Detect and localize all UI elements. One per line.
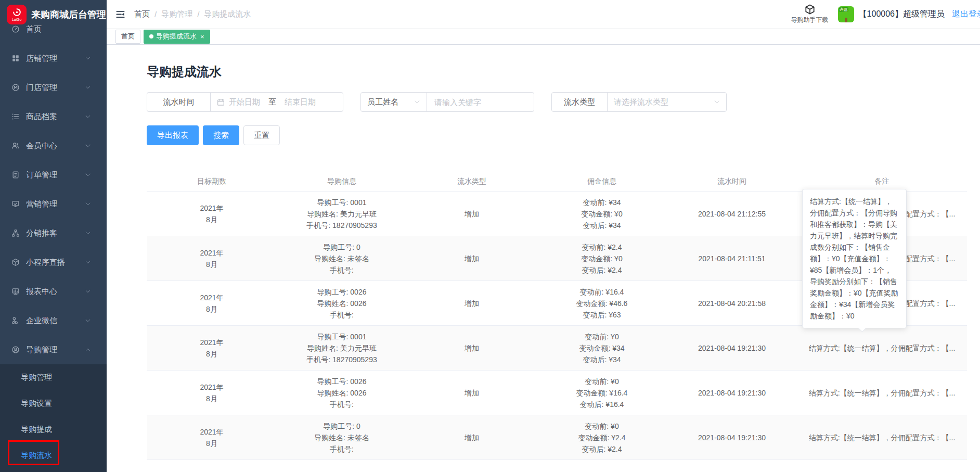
sidebar-item-label: 首页 bbox=[26, 24, 42, 34]
filter-bar: 流水时间 开始日期 至 结束日期 员工姓名 流水类型 bbox=[147, 92, 980, 112]
chevron-down-icon bbox=[85, 259, 91, 265]
wecom-icon bbox=[11, 316, 20, 325]
sidebar-item-label: 导购管理 bbox=[26, 345, 57, 355]
distribution-icon bbox=[11, 229, 20, 237]
shop-icon bbox=[11, 54, 20, 62]
sidebar-item-首页[interactable]: 首页 bbox=[0, 15, 107, 44]
sidebar-item-会员中心[interactable]: 会员中心 bbox=[0, 131, 107, 160]
sidebar-item-营销管理[interactable]: 营销管理 bbox=[0, 189, 107, 219]
breadcrumb-home[interactable]: 首页 bbox=[134, 9, 150, 19]
submenu-item-导购设置[interactable]: 导购设置 bbox=[0, 390, 107, 416]
col-flow-time: 流水时间 bbox=[667, 177, 797, 186]
remark-tooltip: 结算方式:【统一结算】，分佣配置方式：【分佣导购和推客都获取】：导购【美力元早班… bbox=[802, 189, 907, 328]
submenu-item-导购管理[interactable]: 导购管理 bbox=[0, 364, 107, 390]
cell-commission-info: 变动前: ¥0变动金额: ¥2.4变动后: ¥2.4 bbox=[537, 420, 667, 455]
cell-flow-type: 增加 bbox=[407, 342, 537, 354]
employee-field-select[interactable]: 员工姓名 bbox=[360, 92, 427, 112]
order-icon bbox=[11, 171, 20, 179]
chevron-down-icon bbox=[414, 99, 420, 105]
tab-home-label: 首页 bbox=[121, 32, 135, 41]
filter-employee-group: 员工姓名 bbox=[360, 92, 534, 112]
cell-commission-info: 变动前: ¥0变动金额: ¥16.4变动后: ¥16.4 bbox=[537, 376, 667, 410]
export-report-button[interactable]: 导出报表 bbox=[147, 125, 199, 145]
submenu-item-导购提成[interactable]: 导购提成 bbox=[0, 416, 107, 442]
chevron-down-icon bbox=[85, 288, 91, 295]
sidebar-fold-icon[interactable] bbox=[115, 9, 125, 19]
sidebar-item-小程序直播[interactable]: 小程序直播 bbox=[0, 248, 107, 277]
search-button[interactable]: 搜索 bbox=[203, 125, 239, 145]
keyword-input-wrap bbox=[427, 92, 534, 112]
assistant-cube-icon bbox=[804, 4, 816, 15]
sidebar-item-label: 营销管理 bbox=[26, 199, 57, 209]
sidebar-item-门店管理[interactable]: 门店管理 bbox=[0, 73, 107, 102]
goods-icon bbox=[11, 112, 20, 121]
sidebar-item-店铺管理[interactable]: 店铺管理 bbox=[0, 44, 107, 73]
sidebar-item-label: 企业微信 bbox=[26, 316, 57, 326]
calendar-icon bbox=[217, 98, 225, 106]
sidebar-item-商品档案[interactable]: 商品档案 bbox=[0, 102, 107, 131]
sidebar-item-label: 分销推客 bbox=[26, 228, 57, 238]
filter-type-group: 流水类型 请选择流水类型 bbox=[551, 92, 727, 112]
date-range-picker[interactable]: 开始日期 至 结束日期 bbox=[210, 92, 343, 112]
tab-guide-commission-flow[interactable]: 导购提成流水 × bbox=[144, 30, 210, 44]
sidebar-item-分销推客[interactable]: 分销推客 bbox=[0, 219, 107, 248]
cell-commission-info: 变动前: ¥16.4变动金额: ¥46.6变动后: ¥63 bbox=[537, 286, 667, 321]
breadcrumb-separator: / bbox=[197, 10, 199, 19]
sidebar-item-label: 商品档案 bbox=[26, 112, 57, 122]
keyword-input[interactable] bbox=[427, 93, 534, 111]
avatar-tree-trunk bbox=[845, 18, 847, 22]
chevron-down-icon bbox=[85, 55, 91, 61]
assistant-download[interactable]: 导购助手下载 bbox=[791, 4, 829, 24]
store-icon bbox=[11, 83, 20, 92]
cell-flow-time: 2021-08-04 19:21:30 bbox=[667, 432, 797, 443]
sidebar-item-报表中心[interactable]: 报表中心 bbox=[0, 277, 107, 306]
tags-bar: 首页 导购提成流水 × bbox=[107, 29, 980, 45]
cell-remark: 结算方式:【统一结算】，分佣配置方式：【... bbox=[797, 387, 967, 399]
cell-flow-type: 增加 bbox=[407, 208, 537, 220]
sidebar-item-订单管理[interactable]: 订单管理 bbox=[0, 160, 107, 189]
user-name: 【100006】超级管理员 bbox=[859, 9, 945, 20]
chevron-down-icon bbox=[714, 99, 720, 105]
tab-home[interactable]: 首页 bbox=[115, 30, 140, 44]
breadcrumb: 首页 / 导购管理 / 导购提成流水 bbox=[134, 9, 251, 19]
breadcrumb-current: 导购提成流水 bbox=[204, 9, 251, 19]
sidebar-item-label: 小程序直播 bbox=[26, 258, 65, 267]
sidebar-item-导购管理[interactable]: 导购管理 bbox=[0, 335, 107, 364]
cell-target-period: 2021年8月 bbox=[147, 381, 277, 404]
cell-remark: 结算方式:【统一结算】，分佣配置方式：【... bbox=[797, 432, 967, 443]
cell-target-period: 2021年8月 bbox=[147, 247, 277, 270]
sidebar-item-企业微信[interactable]: 企业微信 bbox=[0, 306, 107, 335]
end-date-placeholder: 结束日期 bbox=[285, 97, 316, 107]
member-icon bbox=[11, 142, 20, 150]
chevron-down-icon bbox=[85, 317, 91, 324]
cell-guide-info: 导购工号: 0导购姓名: 未签名手机号: bbox=[277, 241, 407, 276]
sidebar-menu: 首页店铺管理门店管理商品档案会员中心订单管理营销管理分销推客小程序直播报表中心企… bbox=[0, 15, 107, 364]
col-commission-info: 佣金信息 bbox=[537, 177, 667, 186]
breadcrumb-guide-manage[interactable]: 导购管理 bbox=[161, 9, 192, 19]
cell-guide-info: 导购工号: 0026导购姓名: 0026手机号: bbox=[277, 286, 407, 321]
chevron-up-icon bbox=[85, 347, 91, 353]
cell-flow-type: 增加 bbox=[407, 387, 537, 399]
cell-target-period: 2021年8月 bbox=[147, 292, 277, 315]
filter-time-group: 流水时间 开始日期 至 结束日期 bbox=[147, 92, 343, 112]
sidebar-item-label: 会员中心 bbox=[26, 141, 57, 151]
active-tab-dot bbox=[149, 34, 153, 39]
table-row: 2021年8月导购工号: 0001导购姓名: 美力元早班手机号: 1827090… bbox=[147, 326, 967, 371]
cell-flow-time: 2021-08-04 21:12:55 bbox=[667, 208, 797, 220]
col-remark: 备注 bbox=[797, 177, 967, 186]
flow-time-label: 流水时间 bbox=[147, 92, 211, 112]
guide-icon bbox=[11, 346, 20, 354]
logout-link[interactable]: 退出登录 bbox=[952, 9, 980, 20]
cell-guide-info: 导购工号: 0026导购姓名: 0026手机号: bbox=[277, 376, 407, 410]
avatar: 许愿 bbox=[838, 6, 854, 22]
marketing-icon bbox=[11, 200, 20, 208]
cell-guide-info: 导购工号: 0001导购姓名: 美力元早班手机号: 18270905293 bbox=[277, 331, 407, 365]
tab-close-icon[interactable]: × bbox=[200, 33, 204, 40]
cell-flow-time: 2021-08-04 20:21:58 bbox=[667, 298, 797, 309]
submenu-item-导购流水[interactable]: 导购流水 bbox=[0, 442, 107, 468]
cell-flow-type: 增加 bbox=[407, 253, 537, 264]
reset-button[interactable]: 重置 bbox=[243, 125, 280, 145]
chevron-down-icon bbox=[85, 143, 91, 149]
flow-type-select[interactable]: 请选择流水类型 bbox=[607, 92, 727, 112]
chevron-down-icon bbox=[85, 84, 91, 91]
